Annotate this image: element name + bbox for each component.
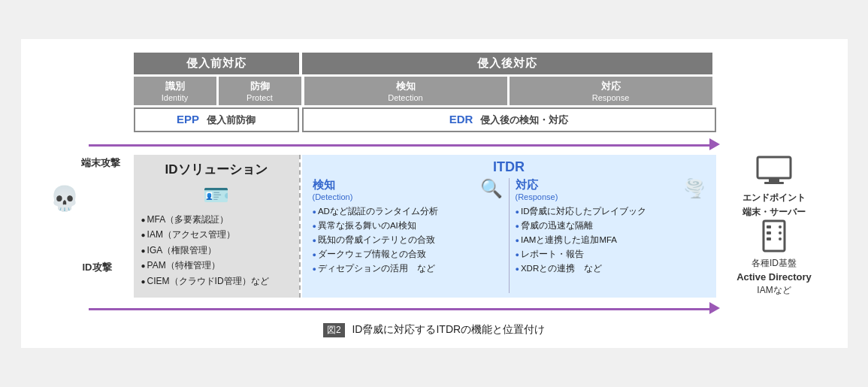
id-solution-box: IDソリューション 🪪 MFA（多要素認証） IAM（アクセス管理） IGA（権…	[134, 155, 299, 298]
svg-point-7	[779, 225, 782, 228]
figure-box: 図2	[323, 323, 345, 337]
id-attack-arrow	[89, 299, 712, 317]
identity-header: 識別 Identity	[134, 77, 216, 105]
ad-label2: Active Directory	[736, 271, 812, 283]
list-item: MFA（多要素認証）	[141, 212, 292, 227]
endpoint-label2: 端末・サーバー	[742, 206, 806, 219]
detection-label-ja: 検知	[304, 80, 507, 93]
ad-box: 各種ID基盤 Active Directory IAMなど	[736, 219, 812, 297]
edr-text: 侵入後の検知・対応	[480, 114, 568, 125]
itdr-box: ITDR 検知 (Detection) 🔍 ADなど認証のランタイム分析	[302, 155, 716, 298]
endpoint-label1: エンドポイント	[742, 192, 806, 204]
ad-label3: IAMなど	[736, 284, 812, 297]
terminal-attack-arrow	[89, 134, 712, 155]
epp-box: EPP 侵入前防御	[134, 107, 299, 132]
list-item: ダークウェブ情報との合致	[313, 247, 503, 262]
sub-headers: 識別 Identity 防御 Protect 検知 Detection 対応 R…	[134, 77, 712, 105]
edr-box: EDR 侵入後の検知・対応	[302, 107, 716, 132]
svg-rect-1	[769, 178, 779, 182]
pre-attack-header: 侵入前対応	[134, 53, 299, 74]
itdr-detection-title: 検知	[313, 178, 353, 192]
epp-label: EPP	[177, 113, 199, 125]
edr-label: EDR	[449, 113, 473, 125]
server-icon	[758, 219, 791, 252]
itdr-title: ITDR	[308, 159, 710, 175]
id-solution-title: IDソリューション	[141, 161, 292, 178]
list-item: ディセプションの活用 など	[313, 262, 503, 276]
top-headers: 侵入前対応 侵入後対応	[134, 53, 712, 74]
svg-rect-0	[758, 157, 791, 178]
svg-rect-4	[767, 225, 771, 228]
protect-header: 防御 Protect	[219, 77, 301, 105]
response-label-en: Response	[510, 93, 712, 102]
detection-label-en: Detection	[304, 93, 507, 102]
ad-label1: 各種ID基盤	[736, 257, 812, 270]
list-item: IGA（権限管理）	[141, 243, 292, 258]
endpoint-box: エンドポイント 端末・サーバー	[742, 156, 806, 219]
dotted-divider	[299, 155, 301, 298]
svg-rect-2	[764, 182, 784, 184]
svg-point-9	[779, 237, 782, 240]
itdr-response-col: 対応 (Response) 🌪️ ID脅威に対応したプレイブック 脅威の迅速な隔…	[511, 178, 710, 293]
svg-rect-5	[767, 231, 771, 234]
list-item: IAMと連携した追加MFA	[516, 233, 706, 247]
list-item: レポート・報告	[516, 247, 706, 262]
itdr-response-en: (Response)	[516, 192, 558, 201]
terminal-attack-label: 端末攻撃	[81, 156, 120, 170]
list-item: ADなど認証のランタイム分析	[313, 204, 503, 219]
itdr-detection-list: ADなど認証のランタイム分析 異常な振る舞いのAI検知 既知の脅威インテリとの合…	[313, 204, 503, 276]
list-item: 異常な振る舞いのAI検知	[313, 219, 503, 233]
itdr-columns: 検知 (Detection) 🔍 ADなど認証のランタイム分析 異常な振る舞いの…	[308, 178, 710, 293]
svg-rect-3	[764, 221, 785, 251]
protect-label-ja: 防御	[219, 80, 301, 93]
list-item: 脅威の迅速な隔離	[516, 219, 706, 233]
svg-rect-6	[767, 237, 771, 240]
funnel-icon: 🌪️	[683, 178, 706, 199]
post-attack-header: 侵入後対応	[302, 53, 712, 74]
id-solution-list: MFA（多要素認証） IAM（アクセス管理） IGA（権限管理） PAM（特権管…	[141, 212, 292, 289]
search-magnify-icon: 🔍	[480, 178, 503, 199]
main-content-row: IDソリューション 🪪 MFA（多要素認証） IAM（アクセス管理） IGA（権…	[134, 155, 833, 298]
right-column: エンドポイント 端末・サーバー 各種ID基盤 Activ	[716, 155, 833, 298]
list-item: ID脅威に対応したプレイブック	[516, 204, 706, 219]
figure-caption: 図2 ID脅威に対応するITDRの機能と位置付け	[36, 323, 833, 337]
itdr-col-divider	[509, 178, 510, 293]
epp-text: 侵入前防御	[207, 114, 256, 125]
monitor-icon	[755, 156, 793, 187]
itdr-detection-col: 検知 (Detection) 🔍 ADなど認証のランタイム分析 異常な振る舞いの…	[308, 178, 507, 293]
response-header: 対応 Response	[510, 77, 712, 105]
list-item: 既知の脅威インテリとの合致	[313, 233, 503, 247]
epp-edr-row: EPP 侵入前防御 EDR 侵入後の検知・対応	[134, 107, 716, 132]
skull-icon: 💀	[50, 184, 80, 213]
identity-label-ja: 識別	[134, 80, 216, 93]
list-item: CIEM（クラウドID管理）など	[141, 274, 292, 289]
list-item: IAM（アクセス管理）	[141, 227, 292, 242]
id-card-icon: 🪪	[141, 183, 292, 207]
list-item: XDRとの連携 など	[516, 262, 706, 276]
list-item: PAM（特権管理）	[141, 258, 292, 273]
identity-label-en: Identity	[134, 93, 216, 102]
itdr-response-list: ID脅威に対応したプレイブック 脅威の迅速な隔離 IAMと連携した追加MFA レ…	[516, 204, 706, 276]
svg-point-8	[779, 231, 782, 234]
itdr-detection-en: (Detection)	[313, 192, 353, 201]
protect-label-en: Protect	[219, 93, 301, 102]
figure-text: ID脅威に対応するITDRの機能と位置付け	[352, 323, 545, 335]
id-attack-label: ID攻撃	[83, 261, 112, 274]
response-label-ja: 対応	[510, 80, 712, 93]
detection-header: 検知 Detection	[304, 77, 507, 105]
itdr-response-title: 対応	[516, 178, 558, 192]
